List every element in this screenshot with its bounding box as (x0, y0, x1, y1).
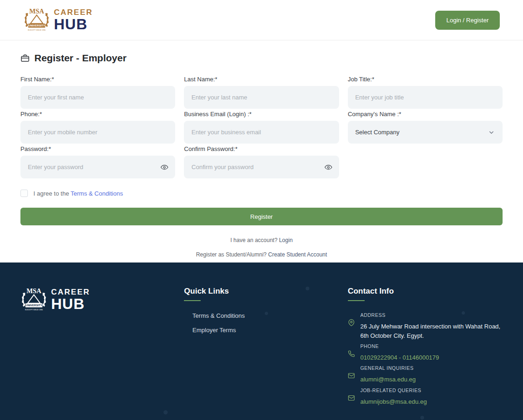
page-title: Register - Employer (34, 52, 126, 64)
footer-logo-column: MSA UNIVERSITY IN EGYPT SINCE 1996 CAREE… (20, 287, 175, 409)
contact-label: GENERAL INQUIRIES (360, 365, 503, 371)
company-select-value: Select Company (355, 129, 399, 136)
register-button[interactable]: Register (20, 208, 503, 225)
heading-underline (184, 300, 201, 301)
confirm-password-field-group: Confirm Password:* (184, 145, 339, 178)
eye-icon[interactable] (160, 163, 169, 171)
top-navbar: MSA UNIVERSITY IN EGYPT SINCE 1996 CAREE… (0, 0, 523, 40)
job-title-label: Job Title:* (348, 76, 503, 83)
quick-links-heading: Quick Links (184, 287, 339, 296)
terms-checkbox[interactable] (20, 190, 28, 197)
eye-icon[interactable] (324, 163, 333, 171)
phone-field-group: Phone:* (20, 111, 175, 144)
crest-university-text: UNIVERSITY (26, 304, 42, 307)
footer-quick-links-column: Quick Links Terms & Conditions Employer … (184, 287, 339, 409)
first-name-field-group: First Name:* (20, 76, 175, 109)
agree-prefix-text: I agree to the (33, 190, 71, 197)
logo-career-text: CAREER (54, 8, 93, 16)
decorative-dot (420, 416, 424, 420)
company-name-field-group: Company's Name :* Select Company (348, 111, 503, 144)
create-student-account-link[interactable]: Create Student Account (268, 251, 327, 258)
contact-label: PHONE (360, 343, 503, 349)
contact-address-value: 26 July Mehwar Road intersection with Wa… (360, 322, 503, 341)
decorative-dot (163, 410, 168, 414)
chevron-down-icon (488, 129, 495, 136)
msa-career-hub-logo-footer: MSA UNIVERSITY IN EGYPT SINCE 1996 CAREE… (20, 287, 175, 313)
student-register-row: Register as Student/Alumni? Create Stude… (20, 251, 503, 258)
decorative-dot (462, 311, 465, 315)
contact-item-phone: PHONE 01029222904 - 01146000179 (348, 343, 503, 362)
last-name-field-group: Last Name:* (184, 76, 339, 109)
decorative-dot (265, 312, 268, 315)
have-account-row: I have an account? Login (20, 237, 503, 243)
login-register-button[interactable]: Login / Register (435, 11, 500, 30)
student-prompt-text: Register as Student/Alumni? (196, 251, 268, 258)
msa-university-crest-icon: MSA UNIVERSITY IN EGYPT SINCE 1996 (23, 7, 50, 33)
company-name-label: Company's Name :* (348, 111, 503, 118)
heading-underline (348, 300, 365, 301)
terms-agreement-row: I agree to the Terms & Conditions (20, 190, 503, 197)
auth-alternate-links: I have an account? Login Register as Stu… (20, 237, 503, 258)
business-email-label: Business Email (Login) :* (184, 111, 339, 118)
msa-university-crest-icon: MSA UNIVERSITY IN EGYPT SINCE 1996 (20, 287, 47, 313)
job-title-input[interactable] (348, 86, 503, 109)
login-prompt-text: I have an account? (230, 237, 279, 243)
contact-label: JOB-RELATED QUERIES (360, 387, 503, 393)
register-employer-form-section: Register - Employer First Name:* Last Na… (0, 40, 523, 258)
terms-agreement-text: I agree to the Terms & Conditions (33, 190, 123, 197)
contact-info-heading: Contact Info (348, 287, 503, 296)
first-name-label: First Name:* (20, 76, 175, 83)
msa-career-hub-logo: MSA UNIVERSITY IN EGYPT SINCE 1996 CAREE… (23, 7, 93, 33)
terms-and-conditions-link[interactable]: Terms & Conditions (71, 190, 123, 197)
last-name-label: Last Name:* (184, 76, 339, 83)
page-footer: MSA UNIVERSITY IN EGYPT SINCE 1996 CAREE… (0, 262, 523, 420)
contact-label: ADDRESS (360, 312, 503, 318)
job-title-field-group: Job Title:* (348, 76, 503, 109)
footer-contact-column: Contact Info ADDRESS 26 July Mehwar Road… (348, 287, 503, 409)
footer-employer-terms-link[interactable]: Employer Terms (192, 327, 339, 334)
briefcase-icon (20, 53, 30, 63)
crest-since-text: IN EGYPT SINCE 1996 (25, 309, 43, 311)
decorative-dot (306, 287, 309, 290)
empty-grid-cell (348, 145, 503, 178)
page-title-row: Register - Employer (20, 52, 503, 64)
logo-career-text: CAREER (51, 288, 90, 296)
login-link[interactable]: Login (279, 237, 293, 243)
logo-wordmark: CAREER HUB (54, 8, 93, 32)
business-email-field-group: Business Email (Login) :* (184, 111, 339, 144)
logo-hub-text: HUB (51, 296, 90, 311)
crest-since-text: IN EGYPT SINCE 1996 (28, 29, 46, 31)
phone-icon (348, 350, 355, 357)
phone-input[interactable] (20, 121, 175, 144)
envelope-icon (348, 372, 355, 379)
logo-hub-text: HUB (54, 17, 93, 32)
contact-phone-value[interactable]: 01029222904 - 01146000179 (360, 353, 503, 362)
company-select[interactable]: Select Company (348, 121, 503, 144)
logo-wordmark: CAREER HUB (51, 288, 90, 311)
registration-form: First Name:* Last Name:* Job Title:* Pho… (20, 76, 503, 178)
business-email-input[interactable] (184, 121, 339, 144)
confirm-password-input[interactable] (184, 156, 339, 178)
contact-item-address: ADDRESS 26 July Mehwar Road intersection… (348, 312, 503, 341)
contact-item-general-inquiries: GENERAL INQUIRIES alumni@msa.edu.eg (348, 365, 503, 384)
location-pin-icon (348, 319, 355, 326)
password-label: Password:* (20, 145, 175, 152)
crest-university-text: UNIVERSITY (28, 24, 45, 27)
first-name-input[interactable] (20, 86, 175, 109)
password-field-group: Password:* (20, 145, 175, 178)
phone-label: Phone:* (20, 111, 175, 118)
crest-msa-text: MSA (26, 287, 42, 295)
contact-general-email-value[interactable]: alumni@msa.edu.eg (360, 375, 503, 384)
last-name-input[interactable] (184, 86, 339, 109)
contact-jobs-email-value[interactable]: alumnijobs@msa.edu.eg (360, 397, 503, 407)
password-input[interactable] (20, 156, 175, 178)
crest-msa-text: MSA (29, 7, 45, 15)
footer-columns: MSA UNIVERSITY IN EGYPT SINCE 1996 CAREE… (0, 262, 523, 409)
envelope-icon (348, 394, 355, 401)
contact-item-job-queries: JOB-RELATED QUERIES alumnijobs@msa.edu.e… (348, 387, 503, 407)
confirm-password-label: Confirm Password:* (184, 145, 339, 152)
